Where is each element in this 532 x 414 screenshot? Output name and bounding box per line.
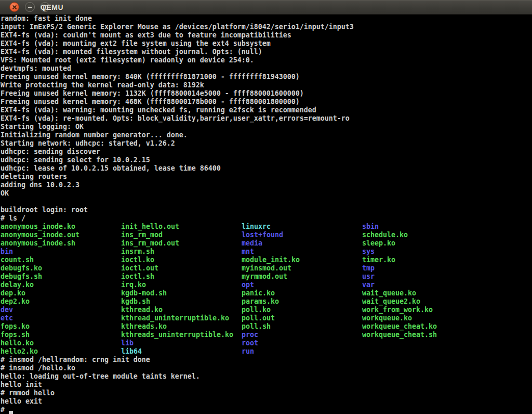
file-entry: hello.ko [1,339,121,347]
file-entry: fops.ko [1,322,121,331]
file-entry: poll.ko [242,306,362,314]
file-entry: debugfs.ko [1,264,121,273]
ls-row: anonymous_inode.koinit_hello.outlinuxrcs… [1,223,532,231]
ls-row: count.shioctl.komodule_init.kotimer.ko [1,256,532,264]
console-line: # insmod /hellrandom: crng init done [1,356,532,364]
ls-row: debugfs.shioctl.shmyrmmod.outusr [1,273,532,281]
file-entry: ins_rm_mod [121,231,242,239]
file-entry: linuxrc [242,223,362,231]
prompt-line: # [1,406,532,414]
file-entry: workqueue_cheat.sh [362,331,437,339]
file-entry: wait_queue.ko [362,289,416,297]
ls-row: anonymous_inode.shins_rm_mod.outmediasle… [1,239,532,248]
file-entry: bin [1,248,121,256]
console-line: input: ImExPS/2 Generic Explorer Mouse a… [1,23,532,31]
terminal-cursor [9,411,13,414]
ls-row: hello2.kolib64run [1,347,532,356]
file-entry: ioctl.ko [121,256,242,264]
file-entry: usr [362,273,375,281]
console-line: # insmod /hello.ko [1,364,532,372]
file-entry: poll.out [242,314,362,322]
console-line: hello init [1,381,532,389]
file-entry: run [242,347,254,356]
console-line: hello: loading out-of-tree module taints… [1,372,532,381]
file-entry: sys [362,248,375,256]
file-entry: module_init.ko [242,256,362,264]
file-entry: sleep.ko [362,239,395,248]
titlebar[interactable]: QEMU [0,0,532,15]
file-entry: tmp [362,264,375,273]
file-entry: schedule.ko [362,231,408,239]
file-entry: var [362,281,375,289]
file-entry: mnt [242,248,362,256]
file-entry: dep.ko [1,289,121,297]
console-line: Freeing unused kernel memory: 840K (ffff… [1,73,532,81]
minimize-button[interactable] [25,2,35,12]
ls-row: hello.kolibroot [1,339,532,347]
file-entry: myrmmod.out [242,273,362,281]
ls-row: fops.shkthreads_uninterruptible.koprocwo… [1,331,532,339]
console-line: deleting routers [1,173,532,181]
console-line: # ls / [1,214,532,223]
ls-row: dep2.kokgdb.shparams.kowait_queue2.ko [1,297,532,306]
file-entry: hello2.ko [1,347,121,356]
file-entry: kthread_uninterruptible.ko [121,314,242,322]
file-entry: opt [242,281,362,289]
console-line: Freeing unused kernel memory: 1132K (fff… [1,89,532,98]
file-entry: debugfs.sh [1,273,121,281]
console-line: random: fast init done [1,15,532,23]
file-entry: timer.ko [362,256,395,264]
file-entry: myinsmod.out [242,264,362,273]
console-line: Initializing random number generator... … [1,131,532,139]
console-line: EXT4-fs (vda): re-mounted. Opts: block_v… [1,114,532,123]
console-line: Write protecting the kernel read-only da… [1,81,532,89]
file-entry: workqueue.ko [362,314,412,322]
file-entry: etc [1,314,121,322]
file-entry: poll.sh [242,322,362,331]
file-entry: kgdb-mod.sh [121,289,242,297]
file-entry: lib [121,339,242,347]
file-entry: irq.ko [121,281,242,289]
window-title: QEMU [41,2,63,12]
file-entry: kthreads.ko [121,322,242,331]
file-entry: kthread.ko [121,306,242,314]
file-entry: init_hello.out [121,223,242,231]
console-line: VFS: Mounted root (ext2 filesystem) read… [1,56,532,64]
close-button[interactable] [9,2,19,12]
ls-row: bininsrm.shmntsys [1,248,532,256]
console-line: EXT4-fs (vda): mounting ext2 file system… [1,40,532,48]
console-line: EXT4-fs (vda): warning: mounting uncheck… [1,106,532,114]
file-entry: panic.ko [242,289,362,297]
file-entry: ins_rm_mod.out [121,239,242,248]
console-line: EXT4-fs (vda): couldn't mount as ext3 du… [1,31,532,40]
file-entry: insrm.sh [121,248,242,256]
file-entry: lost+found [242,231,362,239]
console-line: adding dns 10.0.2.3 [1,181,532,189]
ls-row: dep.kokgdb-mod.shpanic.kowait_queue.ko [1,289,532,297]
console-line: hello exit [1,397,532,406]
file-entry: root [242,339,258,347]
file-entry: dep2.ko [1,297,121,306]
console-line: udhcpc: sending select for 10.0.2.15 [1,156,532,164]
console-line: buildroot login: root [1,206,532,214]
ls-row: anonymous_inode.outins_rm_modlost+founds… [1,231,532,239]
terminal-screen[interactable]: random: fast init doneinput: ImExPS/2 Ge… [0,15,532,414]
console-line: udhcpc: sending discover [1,148,532,156]
file-entry: fops.sh [1,331,121,339]
console-line: Starting network: udhcpc: started, v1.26… [1,139,532,148]
file-entry: dev [1,306,121,314]
minimize-icon [25,3,34,11]
file-entry: kgdb.sh [121,297,242,306]
ls-row: debugfs.koioctl.outmyinsmod.outtmp [1,264,532,273]
file-entry: wait_queue2.ko [362,297,420,306]
file-entry: proc [242,331,362,339]
file-entry: sbin [362,223,379,231]
ls-row: devkthread.kopoll.kowork_from_work.ko [1,306,532,314]
ls-row: delay.koirq.kooptvar [1,281,532,289]
file-entry: ioctl.sh [121,273,242,281]
console-line: udhcpc: lease of 10.0.2.15 obtained, lea… [1,164,532,173]
file-entry: count.sh [1,256,121,264]
file-entry: work_from_work.ko [362,306,433,314]
file-entry: params.ko [242,297,362,306]
file-entry: anonymous_inode.out [1,231,121,239]
